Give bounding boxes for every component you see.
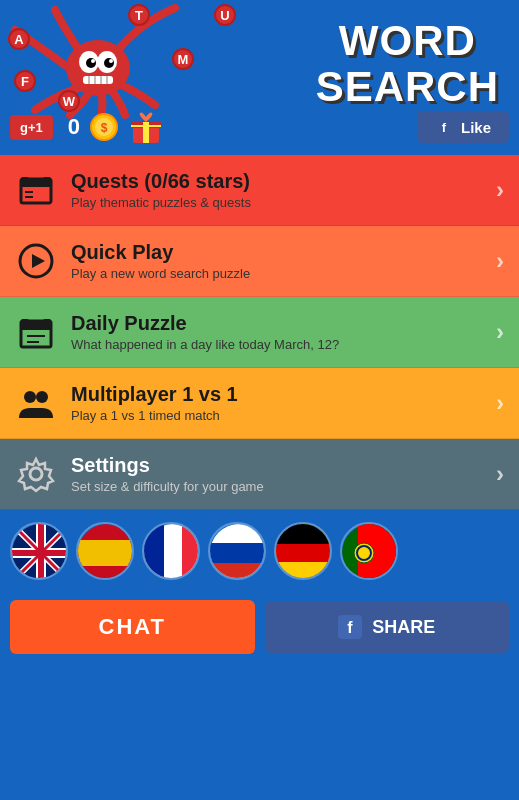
svg-point-3: [86, 58, 96, 68]
svg-point-0: [66, 40, 130, 96]
svg-marker-28: [32, 254, 45, 268]
coin-icon: $: [90, 113, 118, 141]
facebook-icon: f: [435, 118, 453, 136]
app-title: WORD SEARCH: [316, 18, 499, 110]
multiplayer-icon: [15, 382, 57, 424]
quests-subtitle: Play thematic puzzles & quests: [71, 195, 496, 210]
multiplayer-title: Multiplayer 1 vs 1: [71, 383, 496, 406]
svg-point-36: [36, 391, 48, 403]
quests-chevron: ›: [496, 176, 504, 204]
menu: Quests (0/66 stars) Play thematic puzzle…: [0, 155, 519, 510]
dailypuzzle-subtitle: What happened in a day like today March,…: [71, 337, 496, 352]
svg-rect-32: [43, 319, 51, 325]
coin-count: 0: [68, 114, 80, 140]
svg-rect-50: [78, 540, 134, 566]
quickplay-menu-item[interactable]: Quick Play Play a new word search puzzle…: [0, 226, 519, 297]
header: A T U F M W WORD SEARCH g+1 0 $: [0, 0, 519, 155]
quickplay-subtitle: Play a new word search puzzle: [71, 266, 496, 281]
letter-bubble-m: M: [172, 48, 194, 70]
svg-text:f: f: [442, 120, 447, 135]
flag-russian[interactable]: [208, 522, 266, 580]
flag-german[interactable]: [274, 522, 332, 580]
settings-menu-item[interactable]: Settings Set size & difficulty for your …: [0, 439, 519, 510]
svg-rect-7: [83, 76, 113, 84]
svg-rect-18: [131, 125, 161, 127]
bottom-bar: CHAT f SHARE: [0, 592, 519, 662]
gift-icon: [128, 109, 164, 145]
letter-bubble-f: F: [14, 70, 36, 92]
chat-button[interactable]: CHAT: [10, 600, 255, 654]
svg-rect-52: [144, 524, 164, 580]
svg-rect-55: [210, 543, 266, 563]
settings-icon: [15, 453, 57, 495]
svg-point-5: [91, 59, 95, 63]
svg-rect-31: [21, 319, 29, 325]
language-bar: [0, 510, 519, 592]
svg-text:f: f: [348, 619, 354, 636]
svg-rect-59: [276, 544, 332, 562]
svg-rect-53: [182, 524, 200, 580]
svg-rect-23: [25, 191, 33, 193]
svg-rect-24: [25, 196, 33, 198]
share-button[interactable]: f SHARE: [265, 601, 510, 653]
svg-point-6: [109, 59, 113, 63]
letter-bubble-a: A: [8, 28, 30, 50]
dailypuzzle-chevron: ›: [496, 318, 504, 346]
flag-portuguese[interactable]: [340, 522, 398, 580]
quickplay-chevron: ›: [496, 247, 504, 275]
letter-bubble-t: T: [128, 4, 150, 26]
facebook-share-icon: f: [338, 615, 362, 639]
flag-english[interactable]: [10, 522, 68, 580]
multiplayer-chevron: ›: [496, 389, 504, 417]
svg-rect-25: [21, 177, 29, 183]
dailypuzzle-icon: [15, 311, 57, 353]
svg-point-4: [104, 58, 114, 68]
dailypuzzle-menu-item[interactable]: Daily Puzzle What happened in a day like…: [0, 297, 519, 368]
settings-title: Settings: [71, 454, 496, 477]
flag-spanish[interactable]: [76, 522, 134, 580]
svg-rect-58: [276, 524, 332, 544]
letter-bubble-u: U: [214, 4, 236, 26]
dailypuzzle-title: Daily Puzzle: [71, 312, 496, 335]
settings-chevron: ›: [496, 460, 504, 488]
settings-subtitle: Set size & difficulty for your game: [71, 479, 496, 494]
quickplay-title: Quick Play: [71, 241, 496, 264]
flag-french[interactable]: [142, 522, 200, 580]
quests-icon: [15, 169, 57, 211]
svg-point-37: [30, 468, 42, 480]
svg-text:$: $: [101, 121, 108, 135]
gplus-button[interactable]: g+1: [10, 115, 53, 140]
quests-title: Quests (0/66 stars): [71, 170, 496, 193]
svg-rect-26: [43, 177, 51, 183]
facebook-like-button[interactable]: f Like: [417, 111, 509, 143]
quests-menu-item[interactable]: Quests (0/66 stars) Play thematic puzzle…: [0, 155, 519, 226]
quickplay-icon: [15, 240, 57, 282]
svg-point-35: [24, 391, 36, 403]
multiplayer-menu-item[interactable]: Multiplayer 1 vs 1 Play a 1 vs 1 timed m…: [0, 368, 519, 439]
share-label: SHARE: [372, 617, 435, 638]
multiplayer-subtitle: Play a 1 vs 1 timed match: [71, 408, 496, 423]
svg-rect-56: [210, 563, 266, 580]
